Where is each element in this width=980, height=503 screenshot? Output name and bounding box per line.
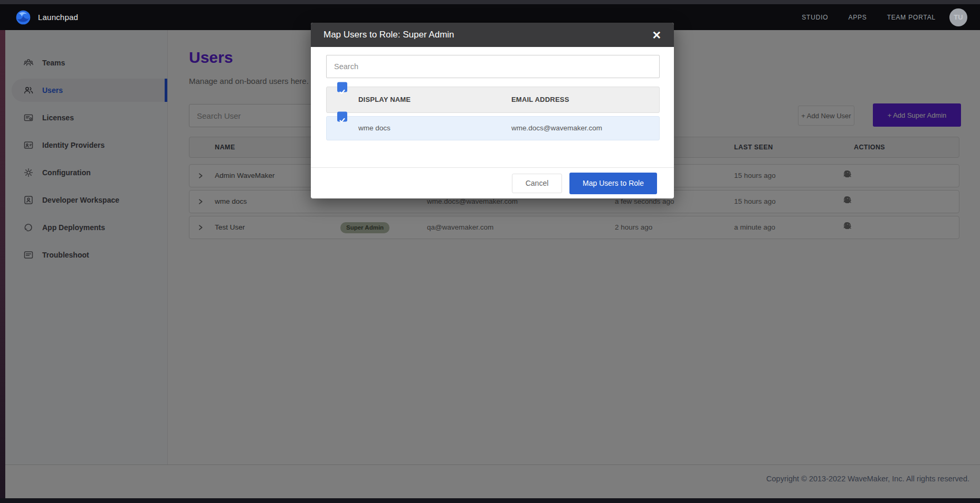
- window-top-strip: [0, 0, 980, 4]
- column-header-display-name: DISPLAY NAME: [358, 87, 411, 112]
- row-checkbox[interactable]: [337, 112, 347, 122]
- brand-title: Launchpad: [38, 13, 78, 22]
- map-users-to-role-dialog: Map Users to Role: Super Admin ✕ DISPLAY…: [311, 23, 674, 198]
- wavemaker-logo-icon: [15, 9, 32, 26]
- modal-user-row[interactable]: wme docs wme.docs@wavemaker.com: [326, 116, 660, 140]
- cancel-button[interactable]: Cancel: [512, 174, 562, 193]
- nav-studio[interactable]: STUDIO: [802, 14, 828, 21]
- display-name: wme docs: [358, 117, 391, 140]
- modal-title: Map Users to Role: Super Admin: [324, 30, 454, 40]
- column-header-email-address: EMAIL ADDRESS: [511, 87, 569, 112]
- modal-footer: Cancel Map Users to Role: [311, 167, 674, 198]
- user-avatar[interactable]: TU: [949, 8, 967, 26]
- select-all-checkbox[interactable]: [337, 82, 347, 92]
- nav-team-portal[interactable]: TEAM PORTAL: [887, 14, 936, 21]
- desktop-left-strip: [0, 0, 5, 503]
- nav-apps[interactable]: APPS: [848, 14, 867, 21]
- modal-search-input[interactable]: [326, 55, 660, 78]
- modal-header: Map Users to Role: Super Admin ✕: [311, 23, 674, 47]
- close-icon[interactable]: ✕: [652, 30, 661, 41]
- modal-table-header: DISPLAY NAME EMAIL ADDRESS: [326, 87, 660, 113]
- desktop-bottom-strip: [0, 498, 980, 503]
- header-nav: STUDIO APPS TEAM PORTAL: [802, 14, 936, 21]
- email-address: wme.docs@wavemaker.com: [511, 117, 602, 140]
- map-users-to-role-button[interactable]: Map Users to Role: [569, 173, 657, 194]
